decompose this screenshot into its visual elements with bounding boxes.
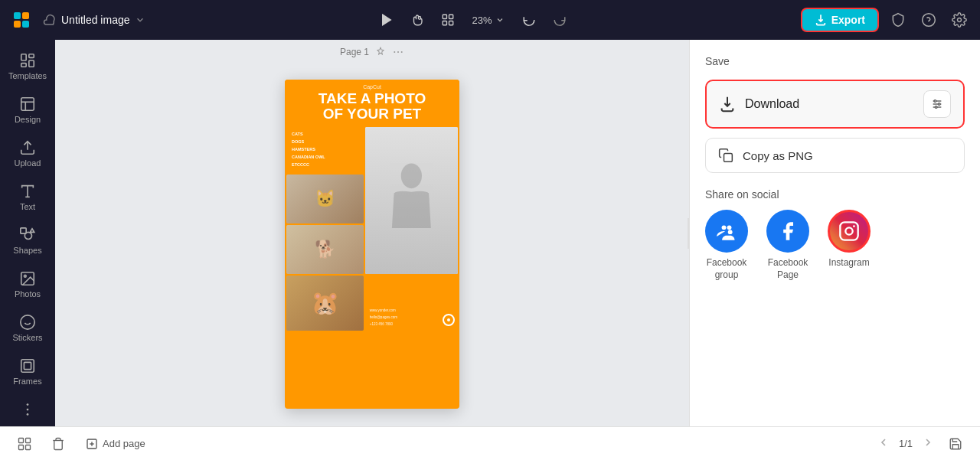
sidebar-item-upload[interactable]: Upload — [3, 133, 52, 174]
sidebar-item-shapes[interactable]: Shapes — [3, 220, 52, 261]
instagram-icon — [828, 210, 871, 253]
instagram-button[interactable]: Instagram — [828, 210, 871, 269]
svg-rect-56 — [26, 445, 31, 449]
download-settings-button[interactable] — [923, 90, 951, 118]
svg-rect-5 — [443, 15, 446, 18]
svg-rect-53 — [19, 438, 24, 442]
save-status-button[interactable] — [943, 432, 968, 456]
more-options-icon[interactable] — [392, 46, 404, 58]
sidebar-item-more[interactable] — [3, 395, 52, 424]
copy-png-button[interactable]: Copy as PNG — [705, 138, 965, 173]
add-page-label: Add page — [103, 438, 145, 449]
play-button[interactable] — [374, 8, 399, 32]
facebook-group-label: Facebookgroup — [707, 257, 747, 281]
facebook-page-icon — [766, 210, 809, 253]
download-button[interactable]: Download — [705, 80, 965, 129]
hand-tool-button[interactable] — [405, 8, 430, 32]
shield-button[interactable] — [887, 8, 910, 31]
thumbnail-view-button[interactable] — [12, 432, 37, 456]
pet-header: CapCut TAKE A PHOTO OF YOUR PET — [285, 80, 459, 126]
capcut-logo-text: CapCut — [291, 84, 453, 90]
document-title-area[interactable]: Untitled image — [43, 13, 145, 27]
bottom-bar: Add page 1/1 — [0, 426, 980, 460]
facebook-group-icon — [705, 210, 748, 253]
page-indicator: 1/1 — [899, 438, 913, 449]
prev-page-button[interactable] — [877, 436, 890, 452]
hamster-image: 🐹 — [286, 276, 364, 331]
next-page-button[interactable] — [922, 436, 934, 452]
footer-line2: hello@pages.com — [370, 314, 436, 321]
sidebar-item-frames[interactable]: Frames — [3, 351, 52, 392]
svg-rect-6 — [449, 15, 452, 18]
sidebar-item-stickers[interactable]: Stickers — [3, 308, 52, 348]
footer-line1: www.yonder.com — [370, 307, 436, 314]
social-row: Facebookgroup FacebookPage — [705, 210, 965, 281]
add-page-button[interactable]: Add page — [80, 435, 152, 453]
svg-rect-13 — [21, 64, 26, 67]
pet-title-line2: OF YOUR PET — [291, 106, 453, 122]
redo-button[interactable] — [547, 8, 572, 32]
svg-rect-1 — [22, 12, 29, 19]
sliders-icon — [931, 98, 943, 110]
pet-footer: www.yonder.com hello@pages.com +123 456 … — [365, 276, 441, 331]
footer-circle-icon — [443, 314, 455, 326]
share-title: Share on social — [705, 188, 965, 201]
canvas-grid: CATSDOGSHAMSTERSCANADIAN OWLETCCCC 🐱 🐕 — [285, 126, 459, 275]
svg-rect-22 — [21, 228, 26, 233]
canvas-scroll[interactable]: CapCut TAKE A PHOTO OF YOUR PET CATSDOGS — [55, 61, 689, 426]
undo-button[interactable] — [517, 8, 541, 32]
sidebar: Templates Design Upload Text — [0, 40, 55, 426]
facebook-page-button[interactable]: FacebookPage — [766, 210, 809, 281]
help-button[interactable] — [917, 8, 940, 31]
pet-title: TAKE A PHOTO OF YOUR PET — [291, 91, 453, 123]
svg-point-34 — [394, 51, 395, 53]
svg-point-47 — [722, 225, 727, 230]
canvas-card[interactable]: CapCut TAKE A PHOTO OF YOUR PET CATSDOGS — [285, 80, 459, 409]
chevron-down-icon — [495, 15, 505, 24]
canvas-inner: CapCut TAKE A PHOTO OF YOUR PET CATSDOGS — [285, 80, 459, 409]
dog-image: 🐕 — [286, 225, 364, 274]
svg-rect-29 — [21, 360, 34, 373]
svg-point-36 — [401, 51, 403, 53]
delete-button[interactable] — [46, 432, 70, 456]
svg-rect-0 — [14, 12, 21, 19]
sidebar-text-label: Text — [20, 202, 35, 211]
sidebar-item-photos[interactable]: Photos — [3, 264, 52, 305]
page-label-row: Page 1 — [55, 40, 689, 61]
svg-point-9 — [923, 14, 936, 27]
svg-rect-15 — [21, 98, 34, 111]
footer-line3: +123 456 7890 — [370, 321, 436, 328]
save-cloud-icon — [43, 13, 57, 27]
collapse-handle[interactable]: ‹ — [688, 218, 689, 249]
sidebar-item-design[interactable]: Design — [3, 90, 52, 130]
svg-point-52 — [853, 225, 855, 227]
svg-rect-2 — [14, 21, 21, 28]
svg-rect-11 — [21, 54, 26, 60]
svg-point-31 — [27, 403, 29, 406]
sidebar-frames-label: Frames — [13, 377, 41, 386]
sidebar-item-text[interactable]: Text — [3, 177, 52, 217]
export-icon — [815, 14, 827, 26]
export-label: Export — [831, 14, 865, 26]
export-button[interactable]: Export — [801, 8, 879, 32]
app-logo[interactable] — [9, 8, 34, 32]
svg-rect-50 — [840, 222, 858, 240]
pet-title-line1: TAKE A PHOTO — [291, 91, 453, 107]
layout-button[interactable] — [436, 8, 460, 32]
zoom-control[interactable]: 23% — [466, 11, 511, 29]
svg-point-33 — [27, 413, 29, 416]
svg-rect-54 — [26, 438, 31, 442]
sidebar-item-templates[interactable]: Templates — [3, 46, 52, 86]
add-page-icon — [86, 438, 98, 450]
settings-button[interactable] — [948, 8, 971, 31]
svg-point-45 — [935, 106, 937, 109]
footer-icon-area — [443, 276, 458, 331]
svg-rect-8 — [449, 21, 452, 25]
facebook-group-button[interactable]: Facebookgroup — [705, 210, 748, 281]
sidebar-shapes-label: Shapes — [13, 246, 41, 255]
svg-rect-46 — [724, 154, 733, 162]
footer-contact: www.yonder.com hello@pages.com +123 456 … — [370, 307, 436, 328]
svg-rect-12 — [29, 54, 34, 58]
save-section-title: Save — [705, 55, 965, 67]
magic-icon — [375, 47, 386, 57]
